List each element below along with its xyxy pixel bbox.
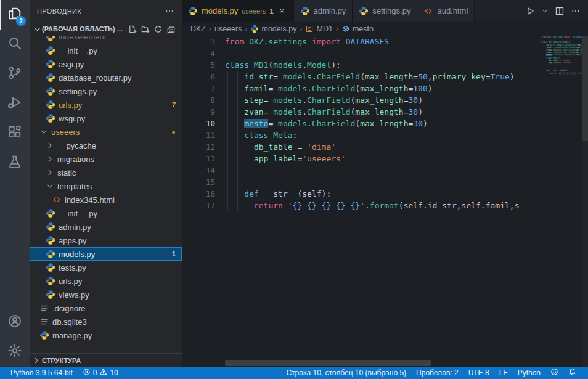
tree-file-manage-py[interactable]: manage.py	[30, 328, 182, 342]
tree-file-asgi-py[interactable]: asgi.py	[30, 57, 182, 71]
status-feedback[interactable]	[546, 367, 563, 379]
line-number[interactable]: 5	[182, 59, 215, 71]
tree-file-urls-py[interactable]: urls.py	[30, 274, 182, 288]
tab-models-py[interactable]: models.pyuseeers1	[182, 0, 294, 22]
breadcrumb-item-models-py[interactable]: models.py	[250, 25, 296, 33]
views-and-more-actions-button[interactable]	[165, 6, 174, 16]
field-icon	[341, 25, 350, 33]
status-language-mode[interactable]: Python	[513, 367, 545, 379]
breadcrumb-item-mesto[interactable]: mesto	[341, 25, 374, 33]
tab-settings-py[interactable]: settings.py	[353, 0, 417, 22]
line-number[interactable]: 9	[182, 106, 215, 118]
tree-file-admin-py[interactable]: admin.py	[30, 220, 182, 234]
line-number[interactable]: 17	[182, 200, 215, 211]
tree-file--dcignore[interactable]: .dcignore	[30, 301, 182, 315]
horizontal-scrollbar[interactable]	[225, 360, 431, 366]
tree-folder-templates[interactable]: templates	[30, 179, 182, 193]
close-tab-button[interactable]	[277, 6, 287, 16]
tree-file-wsgi-py[interactable]: wsgi.py	[30, 112, 182, 125]
line-number[interactable]: 14	[182, 165, 215, 176]
code-line[interactable]: 6 id_str= models.CharField(max_length=50…	[182, 71, 541, 83]
status-encoding[interactable]: UTF-8	[464, 367, 494, 379]
breadcrumb-separator: ›	[209, 25, 211, 33]
code-line[interactable]: 5class MD1(models.Model):	[182, 59, 541, 71]
code-line[interactable]: 15	[182, 176, 541, 188]
run-button[interactable]	[525, 6, 535, 16]
tree-file-index345-html[interactable]: index345.html	[30, 193, 182, 206]
line-number[interactable]: 10	[182, 118, 215, 129]
tree-folder-useeers[interactable]: useeers●	[30, 125, 182, 139]
status-indentation[interactable]: Пробелов: 2	[412, 367, 463, 379]
code-line[interactable]: 9 zvan= models.CharField(max_length=30)	[182, 106, 541, 118]
line-number[interactable]: 12	[182, 141, 215, 153]
tree-file-apps-py[interactable]: apps.py	[30, 234, 182, 247]
tree-file-tests-py[interactable]: tests.py	[30, 261, 182, 274]
run-dropdown[interactable]	[541, 7, 549, 15]
tree-folder-static[interactable]: static	[30, 166, 182, 179]
code-line[interactable]: 16 def __str__(self):	[182, 188, 541, 200]
tree-file--init-py[interactable]: __init__.py	[30, 44, 182, 57]
code-line[interactable]: 14	[182, 165, 541, 176]
breadcrumb-item-DKZ[interactable]: DKZ	[190, 25, 206, 33]
code-line[interactable]: 11 class Meta:	[182, 129, 541, 141]
tree-file-settings-py[interactable]: settings.py	[30, 84, 182, 98]
workspace-section-header[interactable]: (РАБОЧАЯ ОБЛАСТЬ) ...	[30, 22, 182, 36]
activity-search[interactable]	[0, 30, 30, 59]
tree-folder--pycache-[interactable]: __pycache__	[30, 139, 182, 152]
tree-file--init-py[interactable]: __init__.py	[30, 206, 182, 220]
line-number[interactable]: 11	[182, 129, 215, 141]
collapse-folders-button[interactable]	[166, 25, 176, 34]
line-number[interactable]: 13	[182, 153, 215, 165]
code-line[interactable]: 10 mesto= models.CharField(max_length=30…	[182, 118, 541, 129]
status-notifications[interactable]	[564, 367, 581, 379]
new-folder-button[interactable]	[141, 25, 150, 34]
tree-file-db-sqlite3[interactable]: db.sqlite3	[30, 315, 182, 328]
indent-guide	[237, 200, 238, 211]
activity-run-and-debug[interactable]	[0, 89, 30, 118]
tab-admin-py[interactable]: admin.py	[294, 0, 353, 22]
code-line[interactable]: 12 db_table = 'dima'	[182, 141, 541, 153]
line-number[interactable]: 15	[182, 176, 215, 188]
tree-file-database-roouter-py[interactable]: database_roouter.py	[30, 71, 182, 84]
split-editor-button[interactable]	[555, 6, 565, 16]
code-line[interactable]: 8 step= models.CharField(max_length=30)	[182, 94, 541, 106]
line-number[interactable]: 4	[182, 47, 215, 59]
tree-file-urls-py[interactable]: urls.py7	[30, 98, 182, 112]
minimap[interactable]: from DKZ.settings import DATABASESclass …	[541, 36, 582, 367]
tree-file-models-py[interactable]: models.py1	[30, 247, 182, 261]
activity-testing[interactable]	[0, 148, 30, 177]
outline-section-header[interactable]: СТРУКТУРА	[30, 353, 182, 367]
activity-extensions[interactable]	[0, 118, 30, 148]
status-python-interpreter[interactable]: Python 3.9.5 64-bit	[6, 367, 77, 379]
line-number[interactable]: 16	[182, 188, 215, 200]
tab-aud-html[interactable]: aud.html	[417, 0, 475, 22]
breadcrumb-item-MD1[interactable]: MD1	[305, 25, 332, 33]
status-cursor-position[interactable]: Строка 10, столбец 10 (выбрано 5)	[282, 367, 410, 379]
line-number[interactable]: 3	[182, 36, 215, 47]
line-number[interactable]: 6	[182, 71, 215, 83]
activity-account[interactable]	[0, 308, 30, 337]
line-number[interactable]: 7	[182, 83, 215, 94]
activity-source-control[interactable]	[0, 59, 30, 89]
code-line[interactable]: 3from DKZ.settings import DATABASES	[182, 36, 541, 47]
breadcrumb-item-useeers[interactable]: useeers	[214, 25, 242, 33]
code-line[interactable]: 13 app_label='useeers'	[182, 153, 541, 165]
tree-folder-migrations[interactable]: migrations	[30, 152, 182, 166]
code-line[interactable]: 7 famil= models.CharField(max_length=100…	[182, 83, 541, 94]
status-eol[interactable]: LF	[495, 367, 512, 379]
tree-file-indexelement[interactable]: indexelement	[30, 36, 182, 44]
code-editor[interactable]: 3from DKZ.settings import DATABASES45cla…	[182, 36, 588, 367]
activity-manage[interactable]	[0, 337, 30, 367]
code-line-text: app_label='useeers'	[215, 153, 346, 165]
code-line[interactable]: 17 return '{} {} {} {} {}'.format(self.i…	[182, 200, 541, 211]
line-number[interactable]: 8	[182, 94, 215, 106]
refresh-explorer-button[interactable]	[153, 25, 163, 34]
breadcrumb-label: MD1	[316, 25, 332, 33]
tree-file-views-py[interactable]: views.py	[30, 288, 182, 301]
more-actions-button[interactable]	[571, 6, 581, 16]
new-file-button[interactable]	[128, 25, 137, 34]
code-line[interactable]: 4	[182, 47, 541, 59]
activity-explorer[interactable]: 2	[0, 0, 30, 30]
vertical-scrollbar[interactable]	[582, 36, 588, 367]
status-problems[interactable]: 010	[78, 367, 123, 379]
